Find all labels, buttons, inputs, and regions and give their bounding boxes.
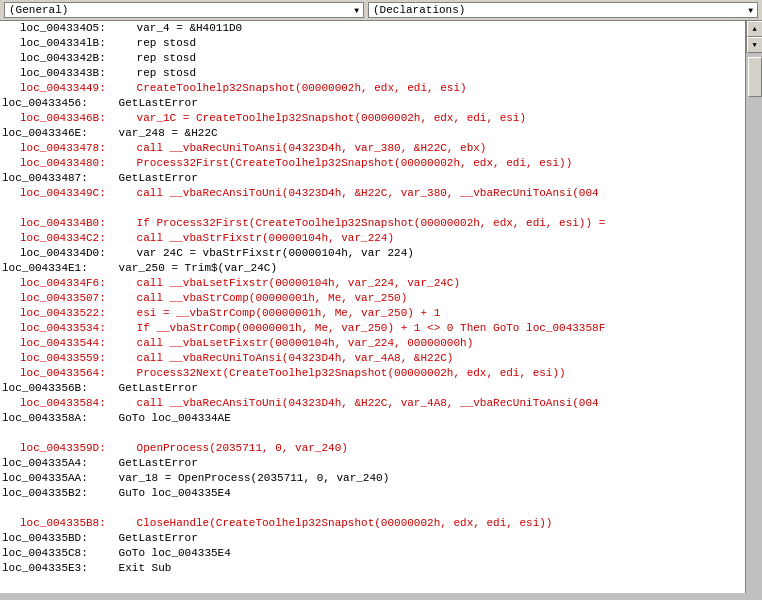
code-content: Process32Next(CreateToolhelp32Snapshot(0… (130, 367, 566, 379)
code-address: loc_0043346E: (2, 126, 112, 141)
code-content: GoTo loc_004334AE (112, 412, 231, 424)
code-content: esi = __vbaStrComp(00000001h, Me, var_25… (130, 307, 440, 319)
code-content: GuTo loc_004335E4 (112, 487, 231, 499)
code-address: loc_00433507: (20, 291, 130, 306)
code-address: loc_004334C2: (20, 231, 130, 246)
code-address: loc_004335B2: (2, 486, 112, 501)
code-area[interactable]: loc_004334O5: var_4 = &H4011D0loc_004334… (0, 21, 746, 593)
code-address: loc_004334E1: (2, 261, 112, 276)
scroll-down-button[interactable]: ▼ (747, 37, 763, 53)
code-address: loc_0043346B: (20, 111, 130, 126)
code-address: loc_004335AA: (2, 471, 112, 486)
code-content: call __vbaRecAnsiToUni(04323D4h, &H22C, … (130, 397, 599, 409)
code-address: loc_0043358A: (2, 411, 112, 426)
code-content: GetLastError (112, 382, 198, 394)
table-row: loc_0043358A: GoTo loc_004334AE (0, 411, 745, 426)
table-row: loc_00433456: GetLastError (0, 96, 745, 111)
code-address: loc_00433478: (20, 141, 130, 156)
main-container: loc_004334O5: var_4 = &H4011D0loc_004334… (0, 21, 762, 593)
code-address: loc_00433480: (20, 156, 130, 171)
code-address: loc_004334D0: (20, 246, 130, 261)
code-content: call __vbaStrComp(00000001h, Me, var_250… (130, 292, 407, 304)
code-content: call __vbaRecUniToAnsi(04323D4h, var_4A8… (130, 352, 453, 364)
table-row: loc_004335B2: GuTo loc_004335E4 (0, 486, 745, 501)
code-content: var_1C = CreateToolhelp32Snapshot(000000… (130, 112, 526, 124)
code-address: loc_004335C8: (2, 546, 112, 561)
code-content: CloseHandle(CreateToolhelp32Snapshot(000… (130, 517, 552, 529)
code-address: loc_00433522: (20, 306, 130, 321)
table-row: loc_004334C2: call __vbaStrFixstr(000001… (0, 231, 745, 246)
code-content: GetLastError (112, 172, 198, 184)
code-address: loc_0043342B: (20, 51, 130, 66)
table-row: loc_00433534: If __vbaStrComp(00000001h,… (0, 321, 745, 336)
declarations-dropdown-arrow: ▼ (744, 6, 753, 15)
code-content: var_4 = &H4011D0 (130, 22, 242, 34)
code-content: GetLastError (112, 532, 198, 544)
code-content: CreateToolhelp32Snapshot(00000002h, edx,… (130, 82, 467, 94)
code-address: loc_0043343B: (20, 66, 130, 81)
code-address: loc_0043359D: (20, 441, 130, 456)
table-row: loc_00433487: GetLastError (0, 171, 745, 186)
table-row: loc_0043346E: var_248 = &H22C (0, 126, 745, 141)
table-row: loc_004335AA: var_18 = OpenProcess(20357… (0, 471, 745, 486)
code-address: loc_00433559: (20, 351, 130, 366)
table-row: loc_004334lB: rep stosd (0, 36, 745, 51)
table-row: loc_00433522: esi = __vbaStrComp(0000000… (0, 306, 745, 321)
table-row: loc_004334B0: If Process32First(CreateTo… (0, 216, 745, 231)
code-content: rep stosd (130, 52, 196, 64)
code-content: rep stosd (130, 37, 196, 49)
code-address: loc_00433449: (20, 81, 130, 96)
vertical-scrollbar[interactable]: ▲ ▼ (746, 21, 762, 53)
code-address: loc_004335BD: (2, 531, 112, 546)
code-content: If Process32First(CreateToolhelp32Snapsh… (130, 217, 605, 229)
table-row: loc_004335B8: CloseHandle(CreateToolhelp… (0, 516, 745, 531)
table-row: loc_00433559: call __vbaRecUniToAnsi(043… (0, 351, 745, 366)
general-dropdown-label: (General) (9, 4, 68, 16)
code-content: var_250 = Trim$(var_24C) (112, 262, 277, 274)
code-address: loc_00433456: (2, 96, 112, 111)
table-row (0, 501, 745, 516)
code-address: loc_004334O5: (20, 21, 130, 36)
code-address: loc_004335E3: (2, 561, 112, 576)
code-content: Exit Sub (112, 562, 171, 574)
table-row: loc_004334O5: var_4 = &H4011D0 (0, 21, 745, 36)
table-row: loc_0043346B: var_1C = CreateToolhelp32S… (0, 111, 745, 126)
table-row: loc_004334F6: call __vbaLsetFixstr(00000… (0, 276, 745, 291)
code-address: loc_004335A4: (2, 456, 112, 471)
code-content: Process32First(CreateToolhelp32Snapshot(… (130, 157, 572, 169)
code-content: OpenProcess(2035711, 0, var_240) (130, 442, 348, 454)
code-content: var 24C = vbaStrFixstr(00000104h, var 22… (130, 247, 414, 259)
table-row: loc_00433584: call __vbaRecAnsiToUni(043… (0, 396, 745, 411)
scroll-thumb[interactable] (748, 57, 762, 97)
scroll-up-button[interactable]: ▲ (747, 21, 763, 37)
code-address: loc_0043349C: (20, 186, 130, 201)
table-row: loc_00433564: Process32Next(CreateToolhe… (0, 366, 745, 381)
table-row: loc_004334D0: var 24C = vbaStrFixstr(000… (0, 246, 745, 261)
table-row (0, 426, 745, 441)
code-address: loc_004334lB: (20, 36, 130, 51)
general-dropdown[interactable]: (General) ▼ (4, 2, 364, 18)
code-address: loc_0043356B: (2, 381, 112, 396)
code-content: GetLastError (112, 97, 198, 109)
table-row: loc_00433478: call __vbaRecUniToAnsi(043… (0, 141, 745, 156)
code-address: loc_00433534: (20, 321, 130, 336)
table-row: loc_00433480: Process32First(CreateToolh… (0, 156, 745, 171)
table-row: loc_0043356B: GetLastError (0, 381, 745, 396)
top-bar: (General) ▼ (Declarations) ▼ (0, 0, 762, 21)
code-content: GetLastError (112, 457, 198, 469)
table-row: loc_00433544: call __vbaLsetFixstr(00000… (0, 336, 745, 351)
declarations-dropdown[interactable]: (Declarations) ▼ (368, 2, 758, 18)
table-row: loc_0043342B: rep stosd (0, 51, 745, 66)
code-address: loc_004334F6: (20, 276, 130, 291)
code-content: call __vbaRecUniToAnsi(04323D4h, var_380… (130, 142, 486, 154)
declarations-dropdown-label: (Declarations) (373, 4, 465, 16)
app-window: (General) ▼ (Declarations) ▼ loc_004334O… (0, 0, 762, 593)
code-content: rep stosd (130, 67, 196, 79)
table-row: loc_0043343B: rep stosd (0, 66, 745, 81)
code-address: loc_004335B8: (20, 516, 130, 531)
code-content: GoTo loc_004335E4 (112, 547, 231, 559)
table-row: loc_00433507: call __vbaStrComp(00000001… (0, 291, 745, 306)
code-address: loc_00433584: (20, 396, 130, 411)
code-content: var_248 = &H22C (112, 127, 218, 139)
scrollbar-area: ▲ ▼ (746, 21, 762, 593)
